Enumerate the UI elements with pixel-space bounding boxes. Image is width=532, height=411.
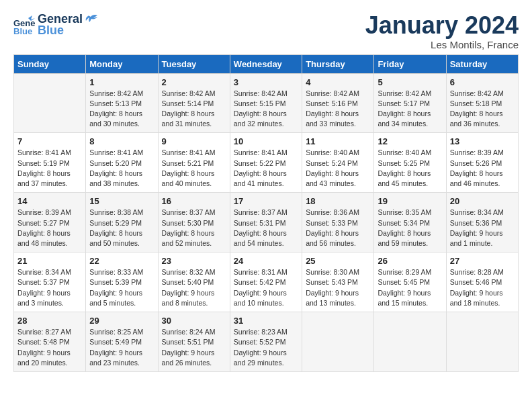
sunrise-text: Sunrise: 8:24 AM bbox=[162, 328, 216, 336]
sunrise-text: Sunrise: 8:28 AM bbox=[450, 268, 504, 276]
sunrise-text: Sunrise: 8:37 AM bbox=[234, 208, 287, 216]
daylight-text: Daylight: 9 hours and 5 minutes. bbox=[89, 289, 142, 307]
daylight-text: Daylight: 8 hours and 32 minutes. bbox=[234, 109, 287, 128]
calendar-cell bbox=[446, 312, 518, 372]
day-number: 5 bbox=[378, 77, 442, 87]
calendar-cell: 2 Sunrise: 8:42 AM Sunset: 5:14 PM Dayli… bbox=[158, 73, 230, 133]
day-number: 22 bbox=[89, 256, 154, 266]
daylight-text: Daylight: 8 hours and 41 minutes. bbox=[234, 169, 287, 187]
calendar-cell: 6 Sunrise: 8:42 AM Sunset: 5:18 PM Dayli… bbox=[446, 73, 518, 133]
sunset-text: Sunset: 5:42 PM bbox=[234, 278, 286, 286]
sunrise-text: Sunrise: 8:42 AM bbox=[89, 89, 143, 97]
sunset-text: Sunset: 5:52 PM bbox=[234, 338, 286, 346]
sunrise-text: Sunrise: 8:42 AM bbox=[306, 89, 359, 97]
calendar-cell: 12 Sunrise: 8:40 AM Sunset: 5:25 PM Dayl… bbox=[374, 133, 446, 193]
cell-content: Sunrise: 8:37 AM Sunset: 5:30 PM Dayligh… bbox=[162, 208, 226, 248]
day-number: 20 bbox=[450, 196, 515, 206]
sunset-text: Sunset: 5:18 PM bbox=[450, 99, 502, 107]
sunrise-text: Sunrise: 8:33 AM bbox=[89, 268, 143, 276]
sunset-text: Sunset: 5:33 PM bbox=[306, 219, 358, 227]
cell-content: Sunrise: 8:29 AM Sunset: 5:45 PM Dayligh… bbox=[378, 267, 442, 308]
sunrise-text: Sunrise: 8:31 AM bbox=[234, 268, 287, 276]
sunset-text: Sunset: 5:25 PM bbox=[378, 159, 430, 167]
title-block: January 2024 Les Montils, France bbox=[365, 12, 519, 50]
calendar-cell: 5 Sunrise: 8:42 AM Sunset: 5:17 PM Dayli… bbox=[374, 73, 446, 133]
calendar-cell: 15 Sunrise: 8:38 AM Sunset: 5:29 PM Dayl… bbox=[86, 193, 158, 253]
sunset-text: Sunset: 5:19 PM bbox=[17, 159, 70, 167]
calendar-cell: 30 Sunrise: 8:24 AM Sunset: 5:51 PM Dayl… bbox=[158, 312, 230, 372]
day-number: 29 bbox=[89, 316, 154, 326]
cell-content: Sunrise: 8:34 AM Sunset: 5:36 PM Dayligh… bbox=[450, 208, 515, 248]
daylight-text: Daylight: 9 hours and 29 minutes. bbox=[234, 349, 287, 367]
day-number: 21 bbox=[17, 256, 82, 266]
calendar-week-row: 14 Sunrise: 8:39 AM Sunset: 5:27 PM Dayl… bbox=[14, 193, 519, 253]
calendar-cell: 23 Sunrise: 8:32 AM Sunset: 5:40 PM Dayl… bbox=[158, 253, 230, 312]
sunset-text: Sunset: 5:48 PM bbox=[17, 338, 70, 346]
sunrise-text: Sunrise: 8:39 AM bbox=[17, 208, 71, 216]
cell-content: Sunrise: 8:31 AM Sunset: 5:42 PM Dayligh… bbox=[234, 267, 298, 308]
sunset-text: Sunset: 5:24 PM bbox=[306, 159, 358, 167]
cell-content: Sunrise: 8:41 AM Sunset: 5:20 PM Dayligh… bbox=[89, 148, 154, 189]
sunset-text: Sunset: 5:13 PM bbox=[89, 99, 142, 107]
day-number: 2 bbox=[162, 77, 226, 87]
daylight-text: Daylight: 8 hours and 54 minutes. bbox=[234, 229, 287, 247]
day-number: 24 bbox=[234, 256, 298, 266]
sunset-text: Sunset: 5:37 PM bbox=[17, 278, 70, 286]
daylight-text: Daylight: 8 hours and 36 minutes. bbox=[450, 109, 503, 128]
sunrise-text: Sunrise: 8:34 AM bbox=[17, 268, 71, 276]
sunset-text: Sunset: 5:16 PM bbox=[306, 99, 358, 107]
svg-text:Blue: Blue bbox=[13, 26, 32, 36]
sunset-text: Sunset: 5:14 PM bbox=[162, 99, 214, 107]
cell-content: Sunrise: 8:25 AM Sunset: 5:49 PM Dayligh… bbox=[89, 327, 154, 368]
sunrise-text: Sunrise: 8:40 AM bbox=[378, 148, 431, 156]
daylight-text: Daylight: 8 hours and 37 minutes. bbox=[17, 169, 71, 187]
sunrise-text: Sunrise: 8:23 AM bbox=[234, 328, 287, 336]
header-row: SundayMondayTuesdayWednesdayThursdayFrid… bbox=[14, 54, 519, 73]
day-number: 6 bbox=[450, 77, 515, 87]
day-number: 3 bbox=[234, 77, 298, 87]
calendar-week-row: 7 Sunrise: 8:41 AM Sunset: 5:19 PM Dayli… bbox=[14, 133, 519, 193]
cell-content: Sunrise: 8:41 AM Sunset: 5:22 PM Dayligh… bbox=[234, 148, 298, 189]
cell-content: Sunrise: 8:42 AM Sunset: 5:13 PM Dayligh… bbox=[89, 89, 154, 130]
day-number: 7 bbox=[17, 136, 82, 146]
sunrise-text: Sunrise: 8:42 AM bbox=[234, 89, 287, 97]
daylight-text: Daylight: 8 hours and 38 minutes. bbox=[89, 169, 142, 187]
day-number: 30 bbox=[162, 316, 226, 326]
calendar-cell: 28 Sunrise: 8:27 AM Sunset: 5:48 PM Dayl… bbox=[14, 312, 86, 372]
day-number: 23 bbox=[162, 256, 226, 266]
cell-content: Sunrise: 8:28 AM Sunset: 5:46 PM Dayligh… bbox=[450, 267, 515, 308]
daylight-text: Daylight: 8 hours and 48 minutes. bbox=[17, 229, 71, 247]
daylight-text: Daylight: 9 hours and 20 minutes. bbox=[17, 349, 71, 367]
weekday-header: Sunday bbox=[14, 54, 86, 73]
calendar-cell: 18 Sunrise: 8:36 AM Sunset: 5:33 PM Dayl… bbox=[302, 193, 374, 253]
cell-content: Sunrise: 8:42 AM Sunset: 5:16 PM Dayligh… bbox=[306, 89, 370, 130]
main-title: January 2024 bbox=[365, 12, 519, 39]
sunset-text: Sunset: 5:20 PM bbox=[89, 159, 142, 167]
calendar-cell: 11 Sunrise: 8:40 AM Sunset: 5:24 PM Dayl… bbox=[302, 133, 374, 193]
day-number: 26 bbox=[378, 256, 442, 266]
day-number: 1 bbox=[89, 77, 154, 87]
sunset-text: Sunset: 5:46 PM bbox=[450, 278, 502, 286]
sunset-text: Sunset: 5:43 PM bbox=[306, 278, 358, 286]
sunset-text: Sunset: 5:17 PM bbox=[378, 99, 430, 107]
day-number: 15 bbox=[89, 196, 154, 206]
day-number: 18 bbox=[306, 196, 370, 206]
calendar-week-row: 28 Sunrise: 8:27 AM Sunset: 5:48 PM Dayl… bbox=[14, 312, 519, 372]
sunset-text: Sunset: 5:34 PM bbox=[378, 219, 430, 227]
calendar-cell bbox=[302, 312, 374, 372]
daylight-text: Daylight: 8 hours and 50 minutes. bbox=[89, 229, 142, 247]
cell-content: Sunrise: 8:33 AM Sunset: 5:39 PM Dayligh… bbox=[89, 267, 154, 308]
logo-bird-icon bbox=[84, 14, 97, 25]
weekday-header: Tuesday bbox=[158, 54, 230, 73]
calendar-cell: 21 Sunrise: 8:34 AM Sunset: 5:37 PM Dayl… bbox=[14, 253, 86, 312]
weekday-header: Monday bbox=[86, 54, 158, 73]
sunset-text: Sunset: 5:21 PM bbox=[162, 159, 214, 167]
sunrise-text: Sunrise: 8:29 AM bbox=[378, 268, 431, 276]
weekday-header: Wednesday bbox=[230, 54, 302, 73]
day-number: 12 bbox=[378, 136, 442, 146]
sunset-text: Sunset: 5:27 PM bbox=[17, 219, 70, 227]
cell-content: Sunrise: 8:36 AM Sunset: 5:33 PM Dayligh… bbox=[306, 208, 370, 248]
daylight-text: Daylight: 9 hours and 26 minutes. bbox=[162, 349, 215, 367]
subtitle: Les Montils, France bbox=[365, 39, 519, 50]
calendar-cell: 7 Sunrise: 8:41 AM Sunset: 5:19 PM Dayli… bbox=[14, 133, 86, 193]
